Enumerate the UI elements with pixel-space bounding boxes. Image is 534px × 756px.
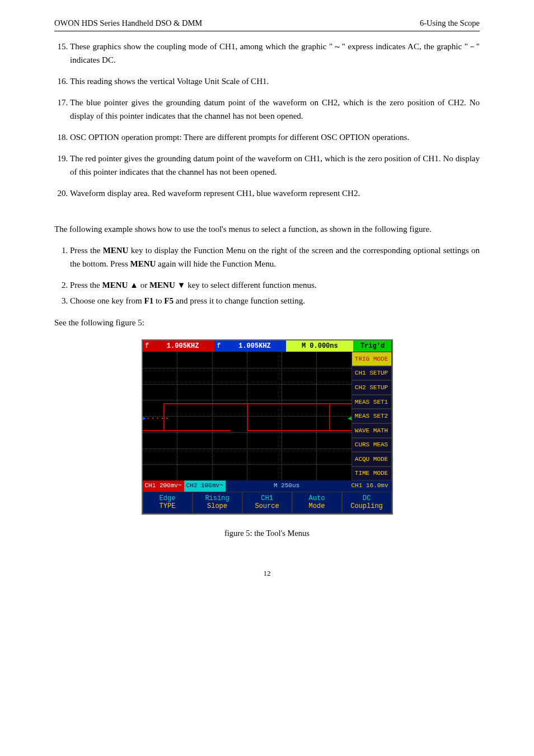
step-1-key-menu: MENU (103, 246, 129, 255)
scope-button-bar: EdgeTYPE RisingSlope CH1Source AutoMode … (143, 492, 392, 514)
side-menu: TRIG MODE CH1 SETUP CH2 SETUP MEAS SET1 … (352, 352, 392, 480)
menu-trig-mode[interactable]: TRIG MODE (352, 352, 392, 366)
item-15: These graphics show the coupling mode of… (70, 40, 480, 67)
freq-ch1-value: 1.005KHZ (152, 340, 214, 352)
menu-meas-set2[interactable]: MEAS SET2 (352, 409, 392, 423)
step-1-text-e: again will hide the Function Menu. (156, 259, 276, 268)
menu-ch2-setup[interactable]: CH2 SETUP (352, 380, 392, 395)
menu-wave-math[interactable]: WAVE MATH (352, 423, 392, 438)
btn-f1-sub: TYPE (144, 502, 191, 510)
menu-curs-meas[interactable]: CURS MEAS (352, 438, 392, 452)
btn-f2[interactable]: RisingSlope (193, 492, 242, 514)
see-figure-paragraph: See the following figure 5: (54, 316, 480, 329)
freq-ch2-value: 1.005KHZ (223, 340, 286, 352)
page-number: 12 (54, 568, 480, 580)
continued-list: These graphics show the coupling mode of… (54, 40, 480, 200)
ch2-scale: CH2 100mv~ (184, 480, 226, 492)
menu-ch1-setup[interactable]: CH1 SETUP (352, 366, 392, 381)
figure-5: f 1.005KHZ f 1.005KHZ M 0.000ns Trig'd ▶… (54, 339, 480, 514)
btn-f4[interactable]: AutoMode (292, 492, 342, 514)
btn-f2-sub: Slope (194, 502, 241, 510)
btn-f5[interactable]: DCCoupling (342, 492, 392, 514)
step-2-text-a: Press the (70, 281, 102, 290)
page-header: OWON HDS Series Handheld DSO & DMM 6-Usi… (54, 17, 480, 31)
step-2-key-down: MENU ▼ (149, 281, 185, 290)
btn-f3[interactable]: CH1Source (242, 492, 292, 514)
step-3-key-f5: F5 (164, 296, 174, 305)
scope-topbar: f 1.005KHZ f 1.005KHZ M 0.000ns Trig'd (143, 340, 392, 352)
btn-f4-sub: Mode (294, 502, 340, 510)
step-3-text-c: to (153, 296, 164, 305)
header-left: OWON HDS Series Handheld DSO & DMM (54, 17, 202, 30)
ch1-scale: CH1 200mv~ (143, 480, 184, 492)
intro-paragraph: The following example shows how to use t… (54, 222, 480, 236)
freq-ch1-icon: f (143, 340, 152, 352)
waveform-area: ▶ ····· ◀ (143, 352, 352, 480)
step-3: Choose one key from F1 to F5 and press i… (70, 294, 480, 307)
btn-f3-sub: Source (244, 502, 291, 510)
step-2: Press the MENU ▲ or MENU ▼ key to select… (70, 278, 480, 292)
item-16: This reading shows the vertical Voltage … (70, 74, 480, 88)
freq-ch2-icon: f (214, 340, 223, 352)
btn-f1[interactable]: EdgeTYPE (143, 492, 193, 514)
steps-list: Press the MENU key to display the Functi… (54, 244, 480, 307)
btn-f2-top: Rising (194, 494, 241, 502)
step-3-text-a: Choose one key from (70, 296, 144, 305)
step-2-text-c: or (138, 281, 149, 290)
item-19: The red pointer gives the grounding datu… (70, 152, 480, 179)
item-17: The blue pointer gives the grounding dat… (70, 96, 480, 123)
header-right: 6-Using the Scope (420, 17, 480, 30)
trigger-level-marker: ◀ (348, 412, 351, 424)
btn-f5-top: DC (344, 494, 390, 502)
step-2-text-e: key to select different function menus. (185, 281, 316, 290)
timebase: M 250us (226, 480, 348, 492)
m-position: M 0.000ns (286, 340, 353, 352)
item-20: Waveform display area. Red waveform repr… (70, 186, 480, 200)
step-3-text-e: and press it to change function setting. (174, 296, 305, 305)
step-1: Press the MENU key to display the Functi… (70, 244, 480, 270)
btn-f3-top: CH1 (244, 494, 291, 502)
menu-time-mode[interactable]: TIME MODE (352, 466, 392, 481)
item-18: OSC OPTION operation prompt: There are d… (70, 130, 480, 144)
waveform-ch1-b (247, 403, 330, 431)
menu-acqu-mode[interactable]: ACQU MODE (352, 452, 392, 466)
step-2-key-up: MENU ▲ (102, 281, 138, 290)
figure-caption: figure 5: the Tool's Menus (54, 527, 480, 540)
btn-f1-top: Edge (144, 494, 191, 502)
step-1-key-menu2: MENU (130, 259, 156, 268)
btn-f4-top: Auto (294, 494, 340, 502)
scope-lowbar: CH1 200mv~ CH2 100mv~ M 250us CH1 16.0mv (143, 480, 392, 492)
scope-screen: f 1.005KHZ f 1.005KHZ M 0.000ns Trig'd ▶… (142, 339, 393, 514)
step-1-text-a: Press the (70, 246, 103, 255)
menu-meas-set1[interactable]: MEAS SET1 (352, 395, 392, 409)
step-3-key-f1: F1 (144, 296, 153, 305)
scope-midrow: ▶ ····· ◀ TRIG MODE CH1 SETUP CH2 SETUP … (143, 352, 392, 480)
trigger-status: Trig'd (353, 340, 391, 352)
trigger-level: CH1 16.0mv (348, 480, 391, 492)
btn-f5-sub: Coupling (344, 502, 390, 510)
